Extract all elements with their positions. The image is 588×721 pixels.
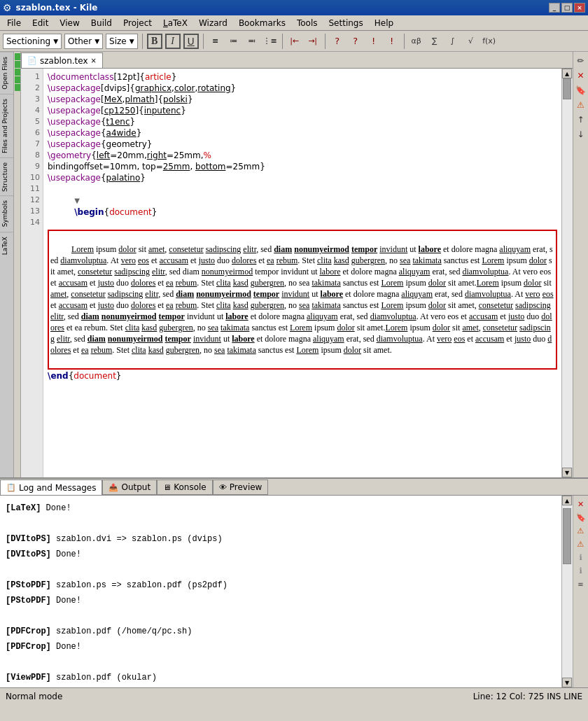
bottom-scroll-thumb[interactable] <box>563 508 571 564</box>
bottom-warning-button[interactable]: ⚠ <box>575 525 587 536</box>
bottom-scrollbar[interactable]: ▲ ▼ <box>561 496 573 687</box>
right-tool-warning[interactable]: ⚠ <box>575 99 587 111</box>
indent-button-2[interactable]: →| <box>305 34 321 49</box>
fold-arrow[interactable]: ▼ <box>74 197 80 204</box>
align-center-button[interactable]: ≡ <box>208 34 223 49</box>
tab-konsole[interactable]: 🖥 Konsole <box>157 479 213 495</box>
code-line-4: \usepackage[cp1250]{inputenc} <box>48 105 557 116</box>
log-prefix-7: [PDFCrop] <box>6 642 51 652</box>
right-tool-arrow-up[interactable]: ↑ <box>575 113 587 126</box>
log-entry-pdfcrop-2: [PDFCrop] Done! <box>6 640 556 654</box>
bullet-list-button[interactable]: ≔ <box>226 34 241 49</box>
log-text-8: szablon.pdf (okular) <box>51 673 157 682</box>
right-tool-close[interactable]: ✕ <box>575 69 587 82</box>
code-line-7: \usepackage{geometry} <box>48 139 557 150</box>
menu-project[interactable]: Project <box>118 17 158 29</box>
titlebar-title: ⚙ szablon.tex - Kile <box>3 2 97 13</box>
underline-button[interactable]: U <box>183 34 199 49</box>
menu-bookmarks[interactable]: Bookmarks <box>233 17 291 29</box>
special-btn-3[interactable]: ∫ <box>445 34 461 49</box>
right-tool-arrow-down[interactable]: ↓ <box>575 128 587 141</box>
bottom-panel: 📋 Log and Messages 📤 Output 🖥 Konsole 👁 … <box>0 477 588 687</box>
vtab-structure[interactable]: Structure <box>0 158 13 196</box>
size-dropdown[interactable]: Size ▼ <box>106 34 138 49</box>
tab-output[interactable]: 📤 Output <box>102 479 157 495</box>
menu-wizard[interactable]: Wizard <box>193 17 233 29</box>
tab-bar: 📄 szablon.tex × <box>21 52 573 69</box>
green-bar <box>15 53 20 60</box>
line-num-11: 11 <box>21 183 43 195</box>
log-text-3: Done! <box>51 550 81 559</box>
log-prefix-2: [DVItoPS] <box>6 534 51 544</box>
bottom-info2-button[interactable]: ℹ <box>575 565 587 576</box>
code-line-12: Lorem ipsum dolor sit amet, consetetur s… <box>48 230 557 370</box>
sectioning-dropdown[interactable]: Sectioning ▼ <box>3 34 62 49</box>
question-button-1[interactable]: ? <box>330 34 345 49</box>
log-prefix-5: [PStoPDF] <box>6 596 51 606</box>
menu-file[interactable]: File <box>1 17 27 29</box>
output-tab-label: Output <box>121 482 150 492</box>
vtab-symbols[interactable]: Symbols <box>0 195 13 231</box>
exclaim-button-1[interactable]: ! <box>366 34 382 49</box>
close-button[interactable]: × <box>574 3 585 13</box>
menu-tools[interactable]: Tools <box>291 17 323 29</box>
code-area-wrapper: 1 2 3 4 5 6 7 8 9 10 11 12 13 14 \docume… <box>21 69 573 477</box>
menu-edit[interactable]: Edit <box>27 17 54 29</box>
right-tool-pencil[interactable]: ✏ <box>575 55 587 67</box>
code-line-1: \documentclass[12pt]{article} <box>48 71 557 83</box>
maximize-button[interactable]: □ <box>561 3 573 13</box>
bottom-close-button[interactable]: ✕ <box>575 498 587 510</box>
log-prefix-3: [DVItoPS] <box>6 550 51 559</box>
menu-latex[interactable]: LaTeX <box>158 17 193 29</box>
vtab-latex[interactable]: LaTeX <box>0 232 13 259</box>
bottom-warning2-button[interactable]: ⚠ <box>575 538 587 550</box>
special-btn-4[interactable]: √ <box>463 34 479 49</box>
numbered-list-button[interactable]: ≕ <box>244 34 260 49</box>
special-btn-1[interactable]: αβ <box>409 34 424 49</box>
editor-scrollbar[interactable]: ▲ ▼ <box>561 69 573 477</box>
tab-preview[interactable]: 👁 Preview <box>213 479 269 495</box>
other-dropdown[interactable]: Other ▼ <box>64 34 103 49</box>
log-entry-blank-3 <box>6 609 556 623</box>
bottom-list-button[interactable]: ≡ <box>575 578 587 589</box>
tab-log-messages[interactable]: 📋 Log and Messages <box>0 479 102 495</box>
log-entry-dvitops-1: [DVItoPS] szablon.dvi => szablon.ps (dvi… <box>6 532 556 546</box>
scroll-thumb[interactable] <box>563 78 571 99</box>
special-btn-2[interactable]: ∑ <box>427 34 442 49</box>
log-entry-latex-done: [LaTeX] Done! <box>6 501 556 515</box>
vtab-open-files[interactable]: Open Files <box>0 52 13 94</box>
line-num-3: 3 <box>21 94 43 105</box>
log-entry-pstopdf-2: [PStoPDF] Done! <box>6 594 556 608</box>
indent-button-1[interactable]: |← <box>287 34 302 49</box>
scroll-up-button[interactable]: ▲ <box>562 69 572 78</box>
special-btn-5[interactable]: f(x) <box>482 34 497 49</box>
code-content[interactable]: \documentclass[12pt]{article} \usepackag… <box>43 69 561 477</box>
vtab-files-projects[interactable]: Files and Projects <box>0 94 13 158</box>
vtabs: Open Files Files and Projects Structure … <box>0 52 14 477</box>
other-list-button[interactable]: ⋮≡ <box>262 34 278 49</box>
other-arrow-icon: ▼ <box>94 38 99 45</box>
right-tools: ✏ ✕ 🔖 ⚠ ↑ ↓ <box>573 52 588 477</box>
minimize-button[interactable]: _ <box>549 3 560 13</box>
bold-button[interactable]: B <box>147 34 162 49</box>
tab-close-button[interactable]: × <box>91 57 97 64</box>
question-button-2[interactable]: ? <box>348 34 363 49</box>
code-line-9: bindingoffset=10mm, top=25mm, bottom=25m… <box>48 161 557 172</box>
bottom-info-button[interactable]: ℹ <box>575 552 587 563</box>
file-tab[interactable]: 📄 szablon.tex × <box>21 52 103 68</box>
line-num-5: 5 <box>21 116 43 127</box>
scroll-down-button[interactable]: ▼ <box>562 468 572 477</box>
menu-help[interactable]: Help <box>369 17 399 29</box>
menu-settings[interactable]: Settings <box>323 17 369 29</box>
menu-build[interactable]: Build <box>85 17 118 29</box>
log-text-5: Done! <box>51 596 81 606</box>
window-title: szablon.tex - Kile <box>16 3 98 13</box>
exclaim-button-2[interactable]: ! <box>384 34 400 49</box>
right-tool-bookmark[interactable]: 🔖 <box>575 84 587 97</box>
toolbar-sep-5 <box>404 34 405 49</box>
bottom-scroll-down[interactable]: ▼ <box>562 678 572 687</box>
bottom-scroll-up[interactable]: ▲ <box>562 496 572 505</box>
italic-button[interactable]: I <box>165 34 181 49</box>
menu-view[interactable]: View <box>54 17 85 29</box>
bottom-bookmark-button[interactable]: 🔖 <box>575 512 587 523</box>
